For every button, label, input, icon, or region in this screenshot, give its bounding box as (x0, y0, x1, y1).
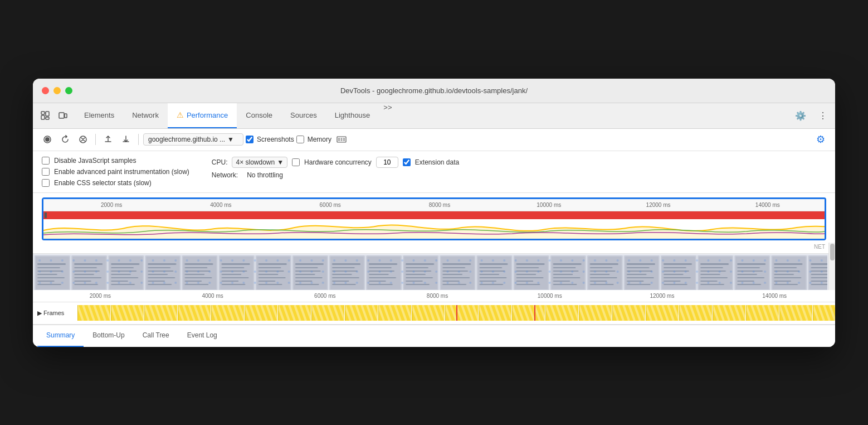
cpu-select[interactable]: 4× slowdown ▼ (232, 157, 287, 168)
screenshots-container: NET // Generate screenshot thumbs (33, 243, 828, 290)
svg-rect-1 (46, 112, 49, 116)
overview-ruler[interactable]: 2000 ms 4000 ms 6000 ms 8000 ms 10000 ms… (42, 197, 826, 240)
tab-bottom-up[interactable]: Bottom-Up (84, 325, 133, 347)
minimize-button[interactable] (53, 87, 61, 94)
screenshots-checkbox-group: Screenshots (246, 136, 294, 143)
tab-performance[interactable]: ⚠ Performance (168, 103, 237, 128)
extension-data-checkbox[interactable] (403, 158, 411, 166)
toolbar-right: ⚙ (813, 132, 828, 147)
upload-button[interactable] (100, 132, 116, 147)
svg-rect-10 (338, 138, 340, 141)
tab-event-log[interactable]: Event Log (178, 325, 226, 347)
frames-svg (77, 305, 835, 321)
traffic-lights (42, 87, 72, 94)
tab-call-tree[interactable]: Call Tree (134, 325, 178, 347)
more-options-icon[interactable]: ⋮ (815, 108, 831, 123)
download-button[interactable] (118, 132, 134, 147)
css-stats-row: Enable CSS selector stats (slow) (42, 179, 189, 187)
cpu-dropdown-arrow: ▼ (277, 158, 284, 166)
settings-left: Disable JavaScript samples Enable advanc… (42, 157, 189, 187)
title-bar: DevTools - googlechrome.github.io/devtoo… (33, 79, 835, 103)
tick-3: 6000 ms (276, 202, 385, 208)
memory-checkbox-group: Memory (296, 136, 331, 143)
overview-section: 2000 ms 4000 ms 6000 ms 8000 ms 10000 ms… (33, 193, 835, 240)
divider2 (138, 134, 139, 145)
tab-bar-right: ⚙️ ⋮ (793, 108, 831, 123)
disable-js-checkbox[interactable] (42, 157, 50, 165)
net-area: NET (33, 243, 828, 254)
tab-console[interactable]: Console (237, 103, 281, 128)
warning-icon: ⚠ (177, 110, 184, 119)
css-stats-checkbox[interactable] (42, 179, 50, 187)
tab-summary[interactable]: Summary (37, 325, 84, 347)
disable-js-row: Disable JavaScript samples (42, 157, 189, 165)
wave-area (43, 219, 825, 239)
devtools-window: DevTools - googlechrome.github.io/devtoo… (33, 79, 835, 347)
tab-icons (37, 108, 71, 123)
svg-rect-0 (41, 112, 45, 114)
svg-rect-25 (34, 255, 827, 290)
hw-concurrency-checkbox[interactable] (292, 158, 300, 166)
scrollbar-thumb[interactable] (830, 244, 835, 260)
tab-sources[interactable]: Sources (281, 103, 326, 128)
tab-bar: Elements Network ⚠ Performance Console S… (33, 103, 835, 129)
tick-6: 12000 ms (603, 202, 713, 208)
ruler-ticks: 2000 ms 4000 ms 6000 ms 8000 ms 10000 ms… (43, 199, 825, 211)
memory-checkbox[interactable] (296, 136, 304, 143)
main-tick-7: 14000 ms (718, 293, 831, 299)
cpu-row: CPU: 4× slowdown ▼ Hardware concurrency … (212, 157, 459, 168)
main-tick-1: 2000 ms (44, 293, 157, 299)
screenshots-svg (34, 255, 827, 290)
url-display[interactable]: googlechrome.github.io ... ▼ (143, 133, 243, 146)
main-tick-6: 12000 ms (606, 293, 719, 299)
svg-rect-2 (41, 115, 45, 119)
svg-rect-36 (534, 305, 535, 321)
main-tick-2: 4000 ms (157, 293, 269, 299)
maximize-button[interactable] (65, 87, 72, 94)
main-tick-5: 10000 ms (494, 293, 606, 299)
network-row: Network: No throttling (212, 171, 459, 179)
inspect-icon[interactable] (37, 108, 53, 123)
tab-elements[interactable]: Elements (75, 103, 123, 128)
frames-bar-area (77, 302, 835, 324)
frames-row: ▶ Frames (33, 302, 835, 325)
screenshots-area: // Generate screenshot thumbs (33, 254, 828, 290)
frames-label[interactable]: ▶ Frames (33, 310, 77, 317)
reload-button[interactable] (57, 132, 73, 147)
tick-2: 4000 ms (166, 202, 275, 208)
scrollbar-track[interactable] (828, 243, 835, 290)
memory-icon-btn[interactable] (334, 132, 349, 147)
tab-lighthouse[interactable]: Lighthouse (326, 103, 379, 128)
settings-icon[interactable]: ⚙️ (793, 108, 808, 123)
advanced-paint-row: Enable advanced paint instrumentation (s… (42, 168, 189, 176)
tick-1: 2000 ms (57, 202, 166, 208)
record-button[interactable] (40, 132, 55, 147)
svg-rect-4 (59, 113, 64, 118)
tab-network[interactable]: Network (123, 103, 168, 128)
main-ruler: 2000 ms 4000 ms 6000 ms 8000 ms 10000 ms… (33, 290, 835, 302)
screenshots-checkbox[interactable] (246, 136, 253, 143)
hw-concurrency-input[interactable] (376, 157, 398, 168)
window-title: DevTools - googlechrome.github.io/devtoo… (340, 86, 528, 95)
advanced-paint-checkbox[interactable] (42, 168, 50, 176)
settings-panel: Disable JavaScript samples Enable advanc… (33, 151, 835, 193)
tick-7: 14000 ms (713, 202, 822, 208)
dropdown-arrow: ▼ (227, 136, 234, 143)
main-tabs: Elements Network ⚠ Performance Console S… (75, 103, 793, 128)
main-tick-3: 6000 ms (269, 293, 381, 299)
close-button[interactable] (42, 87, 49, 94)
more-tabs-button[interactable]: >> (379, 103, 396, 128)
flame-bar (43, 211, 825, 219)
device-toolbar-icon[interactable] (55, 108, 71, 123)
svg-rect-5 (65, 114, 67, 118)
svg-point-7 (45, 137, 50, 142)
svg-rect-3 (46, 117, 49, 119)
svg-rect-11 (341, 138, 343, 141)
bottom-tabs: Summary Bottom-Up Call Tree Event Log (33, 325, 835, 347)
svg-rect-12 (343, 138, 345, 141)
tick-4: 8000 ms (385, 202, 494, 208)
clear-button[interactable] (75, 132, 91, 147)
settings-gear-icon[interactable]: ⚙ (813, 132, 828, 147)
main-tick-4: 8000 ms (381, 293, 494, 299)
net-screenshots-section: NET // Generate screenshot thumbs (33, 243, 835, 290)
